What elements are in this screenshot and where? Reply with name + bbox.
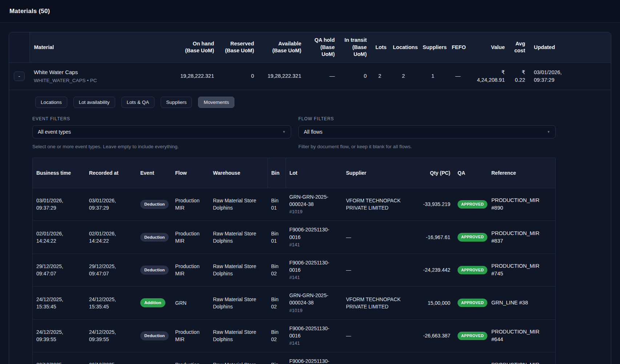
movement-recorded-at: 03/01/2026, 09:37:29 <box>85 188 137 221</box>
recorded-at-text: 29/12/2025, 09:47:07 <box>89 263 116 276</box>
movement-lot: GRN-GRN-2025-000024-38 #1019 <box>286 287 342 319</box>
recorded-at-text: 24/12/2025, 15:35:45 <box>89 296 116 310</box>
tab-locations[interactable]: Locations <box>35 97 67 108</box>
movement-business-time: 20/12/2025, 11:55:53 <box>33 352 85 364</box>
movement-supplier: — <box>342 319 407 352</box>
qa-status-badge: APPROVED <box>458 233 487 241</box>
lot-ref-text: #141 <box>289 340 339 347</box>
flow-filter-hint: Filter by document flow, or keep it blan… <box>298 143 556 150</box>
movement-recorded-at: 24/12/2025, 09:39:55 <box>85 319 137 352</box>
event-type-filter-select[interactable]: All event types ▼ <box>32 125 291 138</box>
movement-lot: F9006-20251130-0016 #141 <box>286 254 342 286</box>
col-in-transit: In transit (Base UoM) <box>339 32 371 62</box>
tab-lots-qa[interactable]: Lots & QA <box>121 97 155 108</box>
tab-movements[interactable]: Movements <box>198 97 234 108</box>
movement-reference: PRODUCTION_MIR #745 <box>488 254 555 286</box>
col-suppliers: Suppliers <box>418 32 447 62</box>
collapse-row-button[interactable]: - <box>14 72 25 81</box>
movement-row: 24/12/2025, 09:39:55 24/12/2025, 09:39:5… <box>33 319 555 352</box>
lot-id-text: F9006-20251130-0016 <box>289 226 339 241</box>
movement-warehouse: Raw Material Store Dolphins <box>209 352 267 364</box>
avg-cost-value: ₹ 0.22 <box>509 62 530 90</box>
bin-text: Bin 02 <box>271 362 278 364</box>
movement-qty: -24,239.442 <box>407 254 454 286</box>
col-qty: Qty (PC) <box>407 158 454 188</box>
col-fefo: FEFO <box>447 32 468 62</box>
lot-id-text: GRN-GRN-2025-000024-38 <box>289 193 339 208</box>
movement-lot: F9006-20251130-0016 #141 <box>286 352 342 364</box>
movement-supplier: — <box>342 221 407 254</box>
qa-status-badge: APPROVED <box>458 200 487 209</box>
chevron-down-icon: ▼ <box>282 130 286 134</box>
bin-text: Bin 02 <box>271 329 278 342</box>
movement-qa: APPROVED <box>454 254 488 286</box>
flow-text: Production MIR <box>175 198 200 211</box>
movement-business-time: 02/01/2026, 14:24:22 <box>33 221 85 254</box>
qa-hold-value: — <box>306 62 339 90</box>
flow-text: Production MIR <box>175 263 200 276</box>
movement-flow: GRN <box>172 287 209 319</box>
col-updated: Updated <box>530 32 573 62</box>
business-time-text: 03/01/2026, 09:37:29 <box>36 198 63 211</box>
movement-recorded-at: 20/12/2025, 11:55:53 <box>85 352 137 364</box>
lot-id-text: F9006-20251130-0016 <box>289 259 339 274</box>
movement-event: Deduction <box>137 188 172 221</box>
movement-lot: GRN-GRN-2025-000024-38 #1019 <box>286 188 342 221</box>
movement-qa: APPROVED <box>454 319 488 352</box>
movement-flow: Production MIR <box>172 352 209 364</box>
lot-id-text: F9006-20251130-0016 <box>289 325 339 340</box>
movement-flow: Production MIR <box>172 221 209 254</box>
warehouse-text: Raw Material Store Dolphins <box>213 362 256 364</box>
movement-flow: Production MIR <box>172 319 209 352</box>
movement-bin: Bin 02 <box>267 287 286 319</box>
tab-suppliers[interactable]: Suppliers <box>161 97 192 108</box>
materials-table: Material On hand (Base UoM) Reserved (Ba… <box>9 32 611 364</box>
movement-reference: PRODUCTION_MIR #890 <box>488 188 555 221</box>
business-time-text: 29/12/2025, 09:47:07 <box>36 263 63 276</box>
movement-recorded-at: 24/12/2025, 15:35:45 <box>85 287 137 319</box>
movement-row: 24/12/2025, 15:35:45 24/12/2025, 15:35:4… <box>33 287 555 319</box>
movements-table: Business time Recorded at Event Flow War… <box>33 158 555 364</box>
col-flow: Flow <box>172 158 209 188</box>
movement-business-time: 24/12/2025, 09:39:55 <box>33 319 85 352</box>
available-value: 19,28,222.321 <box>258 62 306 90</box>
movement-row: 29/12/2025, 09:47:07 29/12/2025, 09:47:0… <box>33 254 555 286</box>
movement-qty: -33,935.219 <box>407 188 454 221</box>
warehouse-text: Raw Material Store Dolphins <box>213 296 256 310</box>
flow-filter-value: All flows <box>304 129 322 136</box>
materials-header-row: Material On hand (Base UoM) Reserved (Ba… <box>9 32 611 62</box>
lots-value: 2 <box>371 62 388 90</box>
supplier-text: VFORM TECHNOPACK PRIVATE LIMITED <box>346 198 400 211</box>
chevron-down-icon: ▼ <box>547 130 550 134</box>
recorded-at-text: 02/01/2026, 14:24:22 <box>89 231 116 244</box>
col-material: Material <box>29 32 175 62</box>
fefo-value: — <box>447 62 468 90</box>
business-time-text: 24/12/2025, 09:39:55 <box>36 329 63 342</box>
col-value: Value <box>468 32 509 62</box>
col-business-time: Business time <box>33 158 85 188</box>
movement-filters: EVENT FILTERS All event types ▼ Select o… <box>32 116 556 151</box>
movements-body: 03/01/2026, 09:37:29 03/01/2026, 09:37:2… <box>33 188 555 364</box>
flow-filter-select[interactable]: All flows ▼ <box>298 125 556 138</box>
qa-status-badge: APPROVED <box>458 332 487 340</box>
movements-table-container: Business time Recorded at Event Flow War… <box>32 158 556 364</box>
col-reserved: Reserved (Base UoM) <box>218 32 258 62</box>
in-transit-value: 0 <box>339 62 371 90</box>
reference-text: PRODUCTION_MIR #644 <box>491 329 539 342</box>
qty-text: 15,00,000 <box>428 300 450 306</box>
movement-qa: APPROVED <box>454 287 488 319</box>
material-subtitle: WHITE_WATER_CAPS • PC <box>34 77 170 84</box>
col-supplier: Supplier <box>342 158 407 188</box>
movement-qty: -26,663.387 <box>407 319 454 352</box>
qty-text: -26,663.387 <box>423 333 450 339</box>
tab-lot-availability[interactable]: Lot availability <box>73 97 115 108</box>
movement-bin: Bin 02 <box>267 254 286 286</box>
movement-reference: PRODUCTION_MIR #562 <box>488 352 555 364</box>
material-row: - White Water Caps WHITE_WATER_CAPS • PC… <box>9 62 611 90</box>
event-filter-hint: Select one or more event types. Leave em… <box>32 143 291 150</box>
suppliers-value: 1 <box>418 62 447 90</box>
recorded-at-text: 24/12/2025, 09:39:55 <box>89 329 116 342</box>
movement-business-time: 24/12/2025, 15:35:45 <box>33 287 85 319</box>
movement-business-time: 03/01/2026, 09:37:29 <box>33 188 85 221</box>
qa-status-badge: APPROVED <box>458 266 487 274</box>
